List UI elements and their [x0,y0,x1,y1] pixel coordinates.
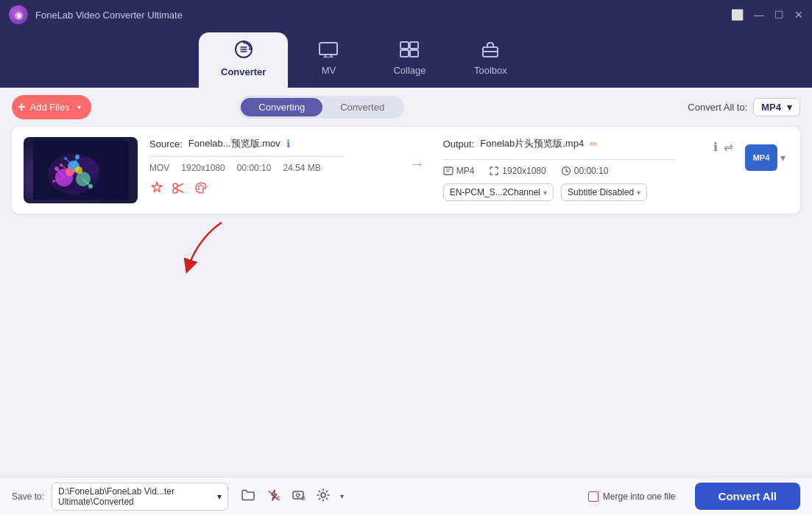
source-filename: Fonelab...预览版.mov [188,137,280,150]
format-badge-label: MP4 [753,153,770,162]
svg-point-50 [321,493,325,497]
save-path-select[interactable]: D:\FoneLab\FoneLab Vid...ter Ultimate\Co… [52,483,228,511]
source-divider [149,156,343,157]
merge-checkbox-label: Merge into one file [603,491,676,502]
output-duration-meta: 00:00:10 [561,166,609,176]
close-button[interactable]: ✕ [794,9,803,21]
save-path-value: D:\FoneLab\FoneLab Vid...ter Ultimate\Co… [58,486,214,507]
settings-button[interactable]: ⇌ [724,140,733,154]
settings-button[interactable] [314,486,333,508]
svg-text:OFF: OFF [277,495,280,502]
svg-point-31 [60,164,63,167]
add-files-button[interactable]: + Add Files ▾ [12,95,91,119]
titlebar: ◉ FoneLab Video Converter Ultimate ⬜ — ☐… [0,0,812,29]
output-duration-value: 00:00:10 [574,166,609,176]
file-resolution: 1920x1080 [181,163,225,173]
file-actions [149,181,392,199]
tab-converter-label: Converter [221,66,266,77]
palette-icon[interactable] [194,181,208,199]
open-folder-button[interactable] [239,486,258,508]
merge-checkbox-box[interactable] [588,491,599,502]
svg-point-28 [75,155,80,159]
collage-icon [400,41,419,62]
minimize-button[interactable]: — [754,9,764,21]
edit-icon[interactable]: ✏ [590,139,598,150]
convert-all-button[interactable]: Convert All [695,483,800,510]
svg-line-35 [177,190,184,193]
format-meta-icon [443,166,453,176]
converting-tab[interactable]: Converting [241,98,322,116]
mv-icon [319,41,338,62]
svg-point-32 [173,183,177,188]
tab-mv[interactable]: MV [288,29,369,88]
format-select-arrow: ▾ [787,102,792,113]
subtitle-dropdown[interactable]: Subtitle Disabled ▾ [561,183,647,201]
svg-point-39 [198,188,200,189]
bottom-icons: OFF OFF ▾ [239,486,345,508]
annotation-container [12,223,800,267]
svg-point-38 [202,186,204,187]
source-info-icon[interactable]: ℹ [286,138,290,150]
file-thumbnail [24,137,138,203]
add-files-label: Add Files [30,102,70,113]
output-row: Output: Fonelab片头预览版.mp4 ✏ [443,137,599,150]
merge-checkbox: Merge into one file [588,491,676,502]
file-duration: 00:00:10 [237,163,272,173]
format-select[interactable]: MP4 ▾ [753,98,800,116]
hardware-accel-button[interactable]: OFF [289,486,308,508]
flash-off-button[interactable]: OFF [264,486,283,508]
toolbar: + Add Files ▾ Converting Converted Conve… [0,88,812,127]
message-icon[interactable]: ⬜ [731,9,744,21]
convert-all-to: Convert All to: MP4 ▾ [688,98,800,116]
output-format-value: MP4 [456,166,475,176]
bottom-bar: Save to: D:\FoneLab\FoneLab Vid...ter Ul… [0,477,812,515]
arrow-separator: → [403,155,431,174]
info-button[interactable]: ℹ [713,140,718,154]
add-files-dropdown-arrow[interactable]: ▾ [77,103,81,111]
red-arrow-annotation [174,215,247,274]
tab-converter[interactable]: Converter [199,32,288,88]
convert-all-to-label: Convert All to: [688,102,747,113]
effects-icon[interactable] [149,181,164,199]
svg-point-19 [75,167,82,174]
nav-tabs: Converter MV Collage [0,29,812,88]
file-meta: MOV 1920x1080 00:00:10 24.54 MB [149,163,392,173]
converted-tab[interactable]: Converted [322,98,402,116]
svg-point-33 [173,189,177,193]
file-card: Source: Fonelab...预览版.mov ℹ MOV 1920x108… [12,127,800,214]
converter-icon [234,40,253,63]
svg-rect-8 [400,50,409,57]
output-info: Output: Fonelab片头预览版.mp4 ✏ ℹ ⇌ M [443,137,733,201]
svg-point-36 [198,186,200,187]
maximize-button[interactable]: ☐ [774,9,784,21]
format-badge[interactable]: MP4 [745,144,777,171]
output-resolution-value: 1920x1080 [502,166,546,176]
svg-rect-9 [410,50,418,57]
tab-collage[interactable]: Collage [369,29,450,88]
save-path-arrow: ▾ [217,491,222,502]
cut-icon[interactable] [172,181,186,199]
subtitle-dd-arrow: ▾ [637,189,640,197]
output-label: Output: [443,139,475,150]
format-select-value: MP4 [761,102,781,113]
svg-point-29 [64,157,67,160]
svg-point-30 [88,184,93,189]
svg-rect-7 [410,42,418,49]
tab-toolbox-label: Toolbox [474,65,507,76]
output-filename: Fonelab片头预览版.mp4 [480,137,584,150]
svg-text:OFF: OFF [301,495,305,502]
format-badge-dropdown[interactable]: ▾ [777,150,788,165]
settings-dropdown-arrow[interactable]: ▾ [339,486,345,508]
tab-toolbox[interactable]: Toolbox [450,29,531,88]
subtitle-value: Subtitle Disabled [568,187,634,197]
audio-channel-dropdown[interactable]: EN-PCM_S...2Channel ▾ [443,183,554,201]
svg-point-37 [200,184,202,186]
tab-collage-label: Collage [393,65,426,76]
audio-channel-value: EN-PCM_S...2Channel [450,187,540,197]
output-dropdowns: EN-PCM_S...2Channel ▾ Subtitle Disabled … [443,183,733,201]
thumb-art [24,137,138,203]
svg-point-27 [52,180,55,183]
save-to-label: Save to: [12,491,44,502]
svg-rect-6 [400,42,409,49]
source-label: Source: [149,139,183,150]
